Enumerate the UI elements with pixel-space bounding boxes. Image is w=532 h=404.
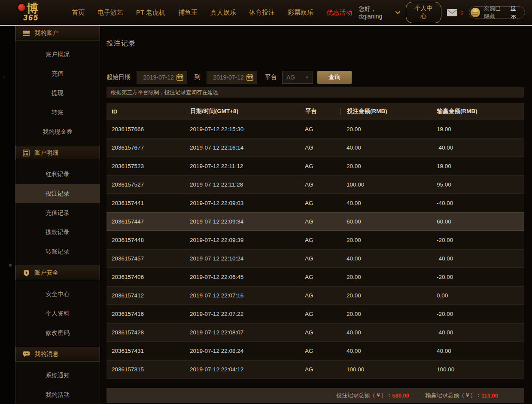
table-cell: -20.00 (431, 237, 524, 243)
sidebar-item[interactable]: 我的活动 (15, 385, 100, 404)
calendar-icon[interactable] (176, 74, 183, 81)
notice-bar: 根据第三方平台限制，投注记录查询存在延迟 (106, 87, 524, 98)
show-balance-button[interactable]: 显示 (511, 5, 519, 20)
table-row[interactable]: 20361574062019-07-12 22:06:45AG20.00-20.… (106, 268, 524, 286)
end-date-input[interactable]: 2019-07-12 (207, 71, 257, 84)
table-cell: 2036157527 (106, 181, 184, 188)
table-cell: AG (299, 126, 340, 132)
platform-selected-value: AG (286, 74, 295, 81)
calendar-icon[interactable] (246, 74, 253, 81)
table-cell: 2036157428 (106, 329, 184, 336)
table-cell: 20.00 (340, 292, 431, 299)
table-row[interactable]: 20361574162019-07-12 22:07:22AG20.00-20.… (106, 305, 524, 323)
nav-item[interactable]: 优惠活动 (320, 0, 359, 25)
page-title: 投注记录 (106, 39, 524, 48)
table-cell: 2036157412 (106, 292, 184, 299)
table-cell: 2019-07-12 22:06:45 (184, 274, 299, 280)
nav-item[interactable]: 体育投注 (243, 0, 281, 25)
sidebar-item[interactable]: 充值记录 (15, 203, 100, 223)
coin-icon (471, 8, 480, 17)
table-body: 20361576662019-07-12 22:15:30AG20.0019.0… (106, 120, 524, 379)
table-cell: -40.00 (431, 144, 524, 151)
table-cell: 20.00 (340, 274, 431, 280)
table-cell: 2019-07-12 22:04:12 (184, 366, 299, 373)
table-row[interactable]: 20361576662019-07-12 22:15:30AG20.0019.0… (106, 120, 524, 138)
table-row[interactable]: 20361574412019-07-12 22:09:03AG40.00-40.… (106, 194, 524, 212)
table-cell: 2019-07-12 22:15:30 (184, 126, 299, 132)
sidebar-item[interactable]: 充值 (15, 64, 100, 83)
sidebar-item[interactable]: 转账记录 (15, 242, 100, 261)
start-date-input[interactable]: 2019-07-12 (137, 71, 187, 84)
sidebar-item[interactable]: 我的现金券 (15, 122, 100, 141)
site-logo[interactable]: 博 365 (11, 0, 59, 25)
platform-select[interactable]: AG ▼ (282, 71, 313, 84)
sidebar-section-header[interactable]: 账户明细 (15, 146, 100, 160)
sidebar-item[interactable]: 系统通知 (15, 366, 100, 385)
table-cell: 2036157677 (106, 144, 184, 151)
nav-item[interactable]: 首页 (65, 0, 91, 25)
credit-card-icon (22, 30, 30, 37)
balance-pill[interactable]: 余额已隐藏 显示 (469, 6, 525, 18)
sidebar-item[interactable]: 红利记录 (15, 165, 100, 184)
sidebar-item[interactable]: 个人资料 (15, 304, 100, 323)
table-cell: 2036157666 (106, 126, 184, 132)
table-cell: -40.00 (431, 255, 524, 262)
table-cell: 2036157431 (106, 348, 184, 354)
mail-button[interactable]: 0 (447, 9, 463, 16)
sidebar-item[interactable]: 提款记录 (15, 223, 100, 242)
table-cell: 95.00 (431, 181, 524, 188)
nav-item[interactable]: 捕鱼王 (172, 0, 204, 25)
sidebar-section-header[interactable]: 我的消息 (15, 347, 100, 361)
table-row[interactable]: 20361574572019-07-12 22:10:24AG40.00-40.… (106, 249, 524, 268)
table-cell: 40.00 (340, 144, 431, 151)
envelope-icon (447, 9, 457, 16)
nav-item[interactable]: PT 老虎机 (130, 0, 172, 25)
table-cell: 2019-07-12 22:09:39 (184, 237, 299, 243)
profile-center-button[interactable]: 个人中心 (406, 2, 441, 23)
message-icon (22, 351, 30, 358)
totals-bar: 投注记录总额（￥）： 580.00 输赢记录总额（￥）： 113.00 (106, 388, 524, 403)
table-cell: 2036157448 (106, 237, 184, 243)
table-row[interactable]: 20361574122019-07-12 22:07:16AG20.000.00 (106, 286, 524, 305)
table-row[interactable]: 20361574312019-07-12 22:08:24AG40.0040.0… (106, 342, 524, 360)
main-content: 投注记录 起始日期 2019-07-12 到 2019-07-12 平台 AG … (106, 26, 524, 403)
mail-count-badge: 0 (460, 9, 463, 16)
column-header: 日期/时间(GMT+8) (184, 103, 299, 120)
sidebar-item[interactable]: 修改密码 (15, 323, 100, 343)
top-nav: 首页电子游艺PT 老虎机捕鱼王真人娱乐体育投注彩票娱乐优惠活动 (65, 0, 359, 25)
topbar-right: 您好，dzjianing 个人中心 0 余额已隐藏 显示 (359, 2, 525, 23)
table-row[interactable]: 20361576772019-07-12 22:16:14AG40.00-40.… (106, 138, 524, 157)
table-cell: 0.00 (431, 292, 524, 299)
sidebar-item[interactable]: 提现 (15, 83, 100, 103)
sidebar-item[interactable]: 账户概况 (15, 45, 100, 64)
sidebar-section-header[interactable]: 我的账户 (15, 26, 100, 40)
sidebar-section-label: 账户安全 (34, 269, 58, 277)
table-row[interactable]: 20361575272019-07-12 22:11:28AG100.0095.… (106, 175, 524, 194)
sidebar-item[interactable]: 转账 (15, 103, 100, 122)
table-row[interactable]: 20361574282019-07-12 22:08:07AG40.00-40.… (106, 323, 524, 342)
user-greeting[interactable]: 您好，dzjianing (359, 5, 400, 20)
table-cell: AG (299, 311, 340, 317)
table-row[interactable]: 20361575232019-07-12 22:11:12AG20.0019.0… (106, 157, 524, 175)
sidebar-section-header[interactable]: 账户安全 (15, 266, 100, 280)
win-total-value: 113.00 (481, 392, 498, 399)
table-cell: -40.00 (431, 200, 524, 206)
table-cell: 2019-07-12 22:16:14 (184, 144, 299, 151)
sidebar-item[interactable]: 安全中心 (15, 285, 100, 304)
table-cell: 40.00 (340, 255, 431, 262)
table-row[interactable]: 20361574472019-07-12 22:09:34AG60.0060.0… (106, 212, 524, 231)
nav-item[interactable]: 电子游艺 (91, 0, 130, 25)
table-row[interactable]: 20361573152019-07-12 22:04:12AG100.00100… (106, 360, 524, 379)
table-cell: 100.00 (431, 366, 524, 373)
search-button[interactable]: 查询 (317, 71, 352, 84)
table-cell: -20.00 (431, 274, 524, 280)
table-row[interactable]: 20361574482019-07-12 22:09:39AG20.00-20.… (106, 231, 524, 249)
sidebar-section-label: 账户明细 (34, 149, 58, 157)
balance-hidden-label: 余额已隐藏 (484, 5, 505, 20)
table-cell: AG (299, 366, 340, 373)
sidebar-item[interactable]: 投注记录 (15, 184, 100, 203)
shield-icon (22, 269, 30, 276)
table-cell: 2036157523 (106, 163, 184, 169)
nav-item[interactable]: 彩票娱乐 (281, 0, 320, 25)
nav-item[interactable]: 真人娱乐 (204, 0, 243, 25)
